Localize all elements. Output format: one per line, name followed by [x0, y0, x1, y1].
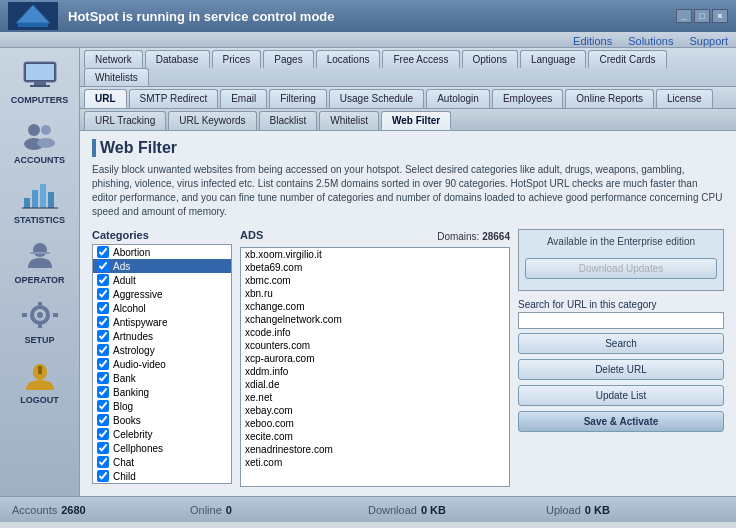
category-item[interactable]: Childcare	[93, 483, 231, 484]
tab-filtering[interactable]: Filtering	[269, 89, 327, 108]
ads-item[interactable]: xbmc.com	[241, 274, 509, 287]
update-list-button[interactable]: Update List	[518, 385, 724, 406]
tab-free-access[interactable]: Free Access	[382, 50, 459, 68]
category-item[interactable]: Celebrity	[93, 427, 231, 441]
category-item[interactable]: Child	[93, 469, 231, 483]
close-button[interactable]: ×	[712, 9, 728, 23]
ads-item[interactable]: xeboo.com	[241, 417, 509, 430]
tab-network[interactable]: Network	[84, 50, 143, 68]
download-value: 0 KB	[421, 504, 446, 516]
tab-url[interactable]: URL	[84, 89, 127, 108]
app-logo	[8, 2, 58, 30]
ads-item[interactable]: xebay.com	[241, 404, 509, 417]
delete-url-button[interactable]: Delete URL	[518, 359, 724, 380]
maximize-button[interactable]: □	[694, 9, 710, 23]
category-item[interactable]: Astrology	[93, 343, 231, 357]
ads-item[interactable]: xdial.de	[241, 378, 509, 391]
categories-list[interactable]: AbortionAdsAdultAggressiveAlcoholAntispy…	[92, 244, 232, 484]
ads-item[interactable]: xeti.com	[241, 456, 509, 469]
category-item[interactable]: Banking	[93, 385, 231, 399]
ads-item[interactable]: xe.net	[241, 391, 509, 404]
ads-item[interactable]: xcode.info	[241, 326, 509, 339]
tab-prices[interactable]: Prices	[212, 50, 262, 68]
tab-usage-schedule[interactable]: Usage Schedule	[329, 89, 424, 108]
minimize-button[interactable]: _	[676, 9, 692, 23]
upload-value: 0 KB	[585, 504, 610, 516]
accounts-value: 2680	[61, 504, 85, 516]
sidebar-item-operator[interactable]: OPERATOR	[4, 232, 76, 290]
category-item[interactable]: Bank	[93, 371, 231, 385]
tab-pages[interactable]: Pages	[263, 50, 313, 68]
ads-item[interactable]: xcounters.com	[241, 339, 509, 352]
page-title: Web Filter	[92, 139, 724, 157]
sidebar-item-setup[interactable]: SETUP	[4, 292, 76, 350]
subtab-whitelist[interactable]: Whitelist	[319, 111, 379, 130]
editions-link[interactable]: Editions	[573, 35, 612, 47]
subtab-url-tracking[interactable]: URL Tracking	[84, 111, 166, 130]
ads-item[interactable]: xb.xoom.virgilio.it	[241, 248, 509, 261]
tab-employees[interactable]: Employees	[492, 89, 563, 108]
ads-item[interactable]: xchange.com	[241, 300, 509, 313]
save-activate-button[interactable]: Save & Activate	[518, 411, 724, 432]
ads-item[interactable]: xchangelnetwork.com	[241, 313, 509, 326]
sidebar-operator-label: OPERATOR	[14, 275, 64, 285]
download-updates-button[interactable]: Download Updates	[525, 258, 717, 279]
category-item[interactable]: Abortion	[93, 245, 231, 259]
sidebar-item-statistics[interactable]: STATISTICS	[4, 172, 76, 230]
app-title: HotSpot is running in service control mo…	[68, 9, 335, 24]
tab-license[interactable]: License	[656, 89, 712, 108]
ads-item[interactable]: xddm.info	[241, 365, 509, 378]
category-item[interactable]: Aggressive	[93, 287, 231, 301]
tab-row-3: URL Tracking URL Keywords Blacklist Whit…	[80, 109, 736, 131]
search-button[interactable]: Search	[518, 333, 724, 354]
tab-locations[interactable]: Locations	[316, 50, 381, 68]
solutions-link[interactable]: Solutions	[628, 35, 673, 47]
categories-label: Categories	[92, 229, 232, 241]
tab-options[interactable]: Options	[462, 50, 518, 68]
category-item[interactable]: Alcohol	[93, 301, 231, 315]
svg-rect-20	[38, 323, 42, 328]
category-item[interactable]: Ads	[93, 259, 231, 273]
category-item[interactable]: Audio-video	[93, 357, 231, 371]
support-link[interactable]: Support	[689, 35, 728, 47]
svg-marker-0	[16, 5, 50, 23]
accounts-icon	[16, 117, 64, 153]
ads-list[interactable]: xb.xoom.virgilio.itxbeta69.comxbmc.comxb…	[240, 247, 510, 487]
category-item[interactable]: Chat	[93, 455, 231, 469]
category-item[interactable]: Blog	[93, 399, 231, 413]
status-online: Online 0	[190, 504, 368, 516]
subtab-blacklist[interactable]: Blacklist	[259, 111, 318, 130]
category-item[interactable]: Books	[93, 413, 231, 427]
category-item[interactable]: Artnudes	[93, 329, 231, 343]
ads-item[interactable]: xecite.com	[241, 430, 509, 443]
svg-point-18	[37, 312, 43, 318]
category-item[interactable]: Adult	[93, 273, 231, 287]
tab-autologin[interactable]: Autologin	[426, 89, 490, 108]
sidebar-item-logout[interactable]: LOGOUT	[4, 352, 76, 410]
tab-whitelists[interactable]: Whitelists	[84, 68, 149, 86]
ads-item[interactable]: xcp-aurora.com	[241, 352, 509, 365]
tab-smtp-redirect[interactable]: SMTP Redirect	[129, 89, 219, 108]
svg-rect-19	[38, 302, 42, 307]
ads-item[interactable]: xbeta69.com	[241, 261, 509, 274]
tab-credit-cards[interactable]: Credit Cards	[588, 50, 666, 68]
tab-language[interactable]: Language	[520, 50, 587, 68]
ads-item[interactable]: xenadrinestore.com	[241, 443, 509, 456]
ads-item[interactable]: xbn.ru	[241, 287, 509, 300]
tab-online-reports[interactable]: Online Reports	[565, 89, 654, 108]
search-input[interactable]	[518, 312, 724, 329]
sidebar-item-accounts[interactable]: ACCOUNTS	[4, 112, 76, 170]
tab-database[interactable]: Database	[145, 50, 210, 68]
category-item[interactable]: Cellphones	[93, 441, 231, 455]
subtab-url-keywords[interactable]: URL Keywords	[168, 111, 256, 130]
svg-rect-4	[34, 82, 46, 85]
tab-email[interactable]: Email	[220, 89, 267, 108]
page-description: Easily block unwanted websites from bein…	[92, 163, 724, 219]
main-columns: Categories AbortionAdsAdultAggressiveAlc…	[92, 229, 724, 496]
content-area: Network Database Prices Pages Locations …	[80, 48, 736, 496]
actions-column: Available in the Enterprise edition Down…	[518, 229, 724, 496]
subtab-web-filter[interactable]: Web Filter	[381, 111, 451, 130]
window-controls[interactable]: _ □ ×	[676, 9, 728, 23]
sidebar-item-computers[interactable]: COMPUTERS	[4, 52, 76, 110]
category-item[interactable]: Antispyware	[93, 315, 231, 329]
